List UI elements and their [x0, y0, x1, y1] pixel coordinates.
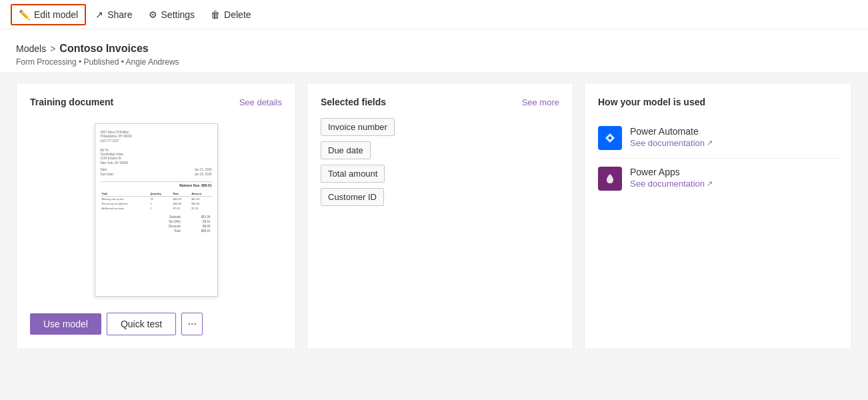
share-button[interactable]: ↗ Share — [89, 5, 139, 24]
fields-list: Invoice numberDue dateTotal amountCustom… — [321, 118, 559, 211]
models-breadcrumb-link[interactable]: Models — [16, 43, 46, 54]
subtitle-sep2: • — [121, 57, 126, 67]
power-apps-icon — [598, 167, 622, 191]
settings-label: Settings — [161, 9, 195, 20]
delete-button[interactable]: 🗑 Delete — [204, 5, 257, 24]
training-card-actions: Use model Quick test ··· — [30, 313, 282, 335]
integration-name: Power Apps — [630, 167, 713, 177]
doc-col-rate: Rate — [172, 191, 190, 197]
see-documentation-link[interactable]: See documentation ↗ — [630, 179, 713, 189]
document-preview-container: 2857 West Of Buffalo Philadelphia, NY 00… — [30, 118, 282, 302]
subtitle-status: Published — [84, 57, 119, 67]
usage-card-header: How your model is used — [598, 97, 838, 107]
see-details-link[interactable]: See details — [239, 97, 282, 107]
doc-totals: Subtotal: $81.56 Tax (9%): $3.01 Discoun… — [101, 215, 212, 237]
share-label: Share — [107, 9, 132, 20]
breadcrumb: Models > Contoso Invoices — [16, 43, 852, 55]
training-card-title: Training document — [30, 97, 113, 107]
external-link-icon: ↗ — [707, 139, 713, 147]
integration-item: Power AutomateSee documentation ↗ — [598, 118, 838, 159]
see-documentation-link[interactable]: See documentation ↗ — [630, 138, 713, 148]
field-tag: Invoice number — [321, 118, 395, 136]
doc-row-cell: $30.00 — [172, 201, 190, 206]
doc-due-val: Jun 26, 2020 — [194, 173, 211, 177]
breadcrumb-separator: > — [50, 43, 55, 54]
page-subtitle: Form Processing • Published • Angie Andr… — [16, 57, 852, 67]
integrations-list: Power AutomateSee documentation ↗Power A… — [598, 118, 838, 199]
main-content: Training document See details 2857 West … — [0, 72, 868, 360]
quick-test-button[interactable]: Quick test — [107, 313, 176, 335]
more-dots-icon: ··· — [188, 318, 197, 330]
settings-button[interactable]: ⚙ Settings — [142, 5, 202, 24]
doc-row-cell: Recurring monthly fee — [101, 201, 149, 206]
subtitle-type: Form Processing — [16, 57, 77, 67]
doc-total-val: $80.01 — [183, 229, 212, 233]
edit-icon: ✏️ — [19, 9, 30, 20]
delete-icon: 🗑 — [211, 9, 220, 20]
doc-tax-label: Tax (9%): — [145, 219, 183, 224]
page-title: Contoso Invoices — [59, 43, 148, 55]
doc-date-val: Jun 21, 2020 — [194, 168, 211, 173]
external-link-icon: ↗ — [707, 179, 713, 188]
doc-discount-val: -$9.00 — [183, 224, 212, 229]
power-automate-icon — [598, 126, 622, 150]
doc-address3: 210-777-2227 — [101, 139, 132, 143]
integration-name: Power Automate — [630, 126, 713, 137]
doc-col-qty: Quantity — [149, 191, 171, 197]
doc-row-cell: 1 — [149, 201, 171, 206]
settings-icon: ⚙ — [149, 9, 157, 20]
doc-subtotal-label: Subtotal: — [145, 215, 183, 219]
integration-details: Power AppsSee documentation ↗ — [630, 167, 713, 189]
field-tag: Total amount — [321, 165, 385, 183]
doc-row-cell: 31 — [149, 196, 171, 201]
document-preview: 2857 West Of Buffalo Philadelphia, NY 00… — [95, 123, 218, 297]
table-row: Recurring monthly fee1$30.00$30.00 — [101, 201, 212, 206]
more-options-button[interactable]: ··· — [181, 313, 203, 335]
subtitle-sep1: • — [79, 57, 84, 67]
page-header: Models > Contoso Invoices Form Processin… — [0, 29, 868, 72]
doc-col-task: Task — [101, 191, 149, 197]
doc-subtotal-val: $81.56 — [183, 215, 212, 219]
doc-row-cell: $42.00 — [190, 196, 211, 201]
doc-total-label: Total: — [145, 229, 183, 233]
training-card-header: Training document See details — [30, 97, 282, 107]
fields-card-header: Selected fields See more — [321, 97, 559, 107]
doc-row-cell: Meeting set-up fee — [101, 196, 149, 201]
delete-label: Delete — [224, 9, 251, 20]
doc-row-cell: $30.00 — [190, 201, 211, 206]
selected-fields-card: Selected fields See more Invoice numberD… — [307, 83, 573, 349]
usage-card: How your model is used Power AutomateSee… — [584, 83, 852, 349]
doc-row-cell: $7.50 — [172, 206, 190, 211]
usage-card-title: How your model is used — [598, 97, 705, 107]
doc-row-cell: $42.00 — [172, 196, 190, 201]
doc-balance-due: Balance Due: $80.01 — [101, 181, 212, 187]
training-document-card: Training document See details 2857 West … — [16, 83, 296, 349]
table-row: Meeting set-up fee31$42.00$42.00 — [101, 196, 212, 201]
doc-bill-city: New York, NY 00000 — [101, 161, 212, 165]
doc-date-label: Date: — [101, 168, 114, 173]
subtitle-author: Angie Andrews — [126, 57, 179, 67]
share-icon: ↗ — [95, 9, 103, 20]
doc-discount-label: Discount: — [145, 224, 183, 229]
doc-tax-val: $3.01 — [183, 219, 212, 224]
see-more-link[interactable]: See more — [522, 97, 559, 107]
edit-model-label: Edit model — [34, 9, 78, 20]
integration-item: Power AppsSee documentation ↗ — [598, 159, 838, 199]
fields-card-title: Selected fields — [321, 97, 386, 107]
doc-row-cell: 1 — [149, 206, 171, 211]
doc-row-cell: $7.50 — [190, 206, 211, 211]
doc-col-amount: Amount — [190, 191, 211, 197]
toolbar: ✏️ Edit model ↗ Share ⚙ Settings 🗑 Delet… — [0, 0, 868, 29]
table-row: Additional services1$7.50$7.50 — [101, 206, 212, 211]
edit-model-button[interactable]: ✏️ Edit model — [11, 4, 86, 25]
doc-address2: Philadelphia, NY 00000 — [101, 135, 132, 139]
doc-due-label: Due Date: — [101, 173, 114, 177]
use-model-button[interactable]: Use model — [30, 313, 101, 335]
field-tag: Due date — [321, 141, 371, 159]
doc-row-cell: Additional services — [101, 206, 149, 211]
integration-details: Power AutomateSee documentation ↗ — [630, 126, 713, 148]
field-tag: Customer ID — [321, 188, 384, 206]
